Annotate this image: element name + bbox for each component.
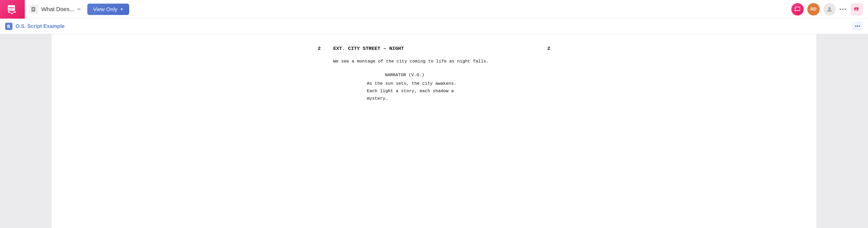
- svg-rect-8: [32, 8, 34, 8]
- scene-number-right: 2: [535, 44, 550, 53]
- view-only-label: View Only: [93, 6, 117, 12]
- svg-rect-1: [8, 5, 15, 6]
- topbar: What Does... ✏ View Only ▼ RD •••: [0, 0, 868, 19]
- scene-heading-row: 2 EXT. CITY STREET – NIGHT 2: [318, 44, 550, 53]
- scene-heading-text: EXT. CITY STREET – NIGHT: [333, 44, 535, 53]
- edit-icon[interactable]: ✏: [77, 6, 81, 12]
- svg-rect-13: [854, 7, 859, 9]
- user-avatar-generic[interactable]: [823, 3, 836, 15]
- comment-avatar[interactable]: [791, 3, 804, 15]
- doc-icon: [29, 5, 38, 14]
- dialog-line-2: Each light a story, each shadow a: [367, 89, 454, 94]
- svg-rect-3: [9, 9, 12, 9]
- app-logo[interactable]: [0, 0, 25, 19]
- svg-rect-9: [32, 9, 34, 9]
- dialog-block: NARRATOR (V.O.) As the sun sets, the cit…: [333, 71, 550, 102]
- scene-number-left: 2: [318, 44, 333, 53]
- svg-rect-10: [32, 10, 34, 10]
- svg-rect-18: [8, 26, 9, 27]
- dialog-line-1: As the sun sets, the city awakens.: [367, 81, 457, 86]
- svg-point-11: [828, 7, 831, 9]
- left-gutter: [0, 34, 52, 228]
- avatar-initials: RD: [810, 7, 816, 12]
- svg-point-6: [14, 11, 16, 13]
- breadcrumb-title: O.S. Script Example: [16, 23, 65, 29]
- doc-title: What Does...: [41, 6, 74, 13]
- svg-rect-2: [9, 7, 14, 8]
- main-content: 2 EXT. CITY STREET – NIGHT 2 We see a mo…: [0, 34, 868, 228]
- chevron-down-icon: ▼: [120, 7, 123, 11]
- character-name: NARRATOR (V.O.): [385, 71, 550, 79]
- view-only-button[interactable]: View Only ▼: [87, 4, 129, 15]
- dialog-line-3: mystery…: [367, 96, 388, 101]
- breadcrumb-icon: [5, 23, 12, 30]
- svg-point-4: [8, 11, 9, 13]
- dialog-text: As the sun sets, the city awakens. Each …: [367, 80, 496, 102]
- script-area: 2 EXT. CITY STREET – NIGHT 2 We see a mo…: [52, 34, 816, 228]
- svg-rect-19: [8, 27, 9, 28]
- more-options-button[interactable]: •••: [839, 6, 847, 13]
- topbar-right-controls: RD •••: [786, 3, 868, 15]
- user-avatar-rd[interactable]: RD: [807, 3, 820, 15]
- breadcrumb-more-button[interactable]: •••: [852, 22, 863, 31]
- svg-point-5: [11, 13, 13, 14]
- action-line: We see a montage of the city coming to l…: [333, 58, 550, 65]
- notifications-button[interactable]: [850, 3, 863, 15]
- svg-rect-17: [8, 26, 9, 26]
- script-content: 2 EXT. CITY STREET – NIGHT 2 We see a mo…: [318, 44, 550, 102]
- right-gutter: [816, 34, 868, 228]
- svg-rect-15: [855, 9, 857, 10]
- breadcrumb-bar: O.S. Script Example •••: [0, 19, 868, 34]
- doc-section: What Does... ✏: [25, 5, 85, 14]
- svg-rect-14: [855, 9, 858, 9]
